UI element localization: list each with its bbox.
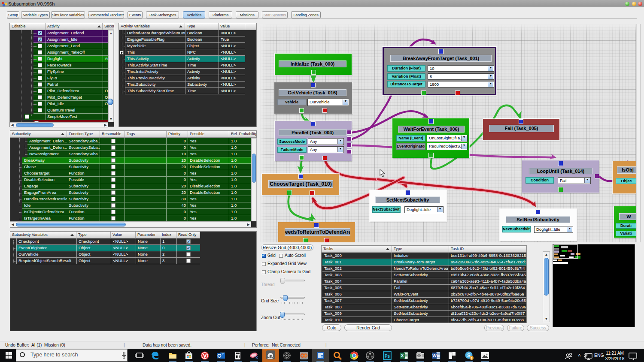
- svg-text:X: X: [401, 353, 404, 358]
- svg-text:W: W: [432, 353, 437, 358]
- svg-text:2: 2: [471, 356, 473, 360]
- svg-text:Ps: Ps: [385, 354, 390, 359]
